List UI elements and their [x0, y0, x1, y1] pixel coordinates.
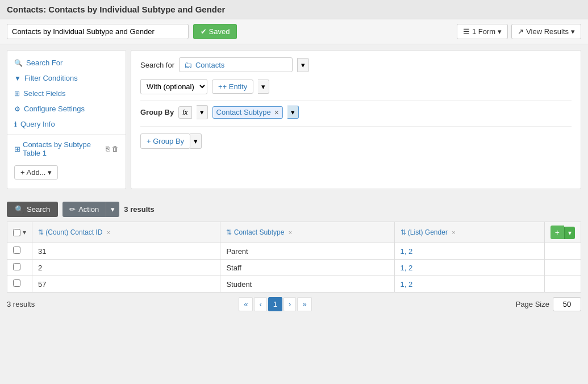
tag-close-button[interactable]: ×	[274, 108, 279, 117]
view-results-button[interactable]: ↗ View Results ▾	[511, 24, 581, 39]
saved-item-label[interactable]: Contacts by Subtype Table 1	[23, 140, 106, 157]
close-contact-subtype[interactable]: ×	[289, 229, 292, 236]
row-checkbox-2[interactable]	[13, 263, 20, 270]
page-title: Contacts: Contacts by Individual Subtype…	[7, 5, 225, 14]
add-group-by-dropdown-button[interactable]: ▾	[190, 133, 202, 149]
page-prev-button[interactable]: ‹	[254, 297, 266, 311]
count-1: 31	[32, 243, 220, 260]
filter-icon: ▼	[14, 74, 21, 82]
search-button[interactable]: 🔍 Search	[7, 202, 58, 217]
saved-button[interactable]: ✔ Saved	[193, 24, 237, 39]
row-checkbox-cell-1	[7, 243, 32, 260]
sidebar-item-select-fields[interactable]: ⊞ Select Fields	[7, 86, 126, 101]
row-checkbox-1[interactable]	[13, 247, 20, 254]
action-bar: 🔍 Search ✏ Action ▾ 3 results	[0, 197, 588, 222]
gender-link-1[interactable]: 1, 2	[401, 247, 413, 256]
sort-contact-subtype[interactable]: ⇅ Contact Subtype	[226, 228, 284, 236]
pencil-icon: ✏	[69, 205, 76, 214]
table-row: 57 Student 1, 2	[7, 276, 581, 293]
action-button[interactable]: ✏ Action	[62, 202, 106, 217]
select-all-header: ▾	[7, 222, 32, 243]
group-by-row: Group By fx ▾ Contact Subtype × ▾	[140, 105, 572, 127]
count-2: 2	[32, 260, 220, 276]
sidebar-divider	[7, 134, 126, 135]
search-for-row: Search for 🗂 Contacts ▾	[140, 57, 572, 72]
footer-right: Page Size	[516, 297, 581, 311]
settings-icon: ⚙	[14, 105, 20, 113]
report-name-input[interactable]	[7, 24, 189, 39]
row-checkbox-cell-2	[7, 260, 32, 276]
external-link-icon: ↗	[518, 27, 524, 36]
add-column-dropdown-button[interactable]: ▾	[564, 227, 575, 239]
sidebar-item-query-info[interactable]: ℹ Query Info	[7, 116, 126, 132]
close-count-contact-id[interactable]: ×	[107, 229, 110, 236]
toolbar: ✔ Saved ☰ 1 Form ▾ ↗ View Results ▾	[0, 19, 588, 44]
gender-link-2[interactable]: 1, 2	[401, 264, 413, 272]
sidebar-item-search-for[interactable]: 🔍 Search For	[7, 55, 126, 70]
subtype-1: Parent	[220, 243, 394, 260]
page-1-button[interactable]: 1	[268, 297, 282, 311]
search-for-input[interactable]: 🗂 Contacts	[179, 57, 293, 72]
page-first-button[interactable]: «	[239, 297, 253, 311]
fx-button[interactable]: fx	[178, 106, 191, 119]
right-panel: Search for 🗂 Contacts ▾ With (optional) …	[131, 50, 581, 189]
tag-expand-button[interactable]: ▾	[287, 106, 299, 119]
results-count: 3 results	[124, 205, 154, 214]
sidebar-item-filter-conditions[interactable]: ▼ Filter Conditions	[7, 70, 126, 86]
sort-list-gender[interactable]: ⇅ (List) Gender	[401, 228, 448, 236]
select-all-checkbox[interactable]	[13, 229, 20, 236]
page-next-button[interactable]: ›	[283, 297, 296, 311]
search-icon: 🔍	[14, 59, 23, 67]
add-button[interactable]: + Add... ▾	[14, 165, 58, 180]
form-button[interactable]: ☰ 1 Form ▾	[457, 24, 508, 39]
empty-2	[544, 260, 581, 276]
add-dropdown-icon: ▾	[48, 168, 52, 177]
plus-icon: +	[218, 82, 223, 91]
gender-link-3[interactable]: 1, 2	[401, 280, 413, 289]
add-col-header: +▾	[544, 222, 581, 243]
search-for-expand-button[interactable]: ▾	[297, 58, 309, 72]
subtype-2: Staff	[220, 260, 394, 276]
form-icon: ☰	[463, 27, 470, 36]
contacts-icon: 🗂	[184, 60, 192, 69]
table-footer: 3 results « ‹ 1 › » Page Size	[0, 293, 588, 316]
search-for-label: Search for	[140, 61, 174, 69]
row-checkbox-cell-3	[7, 276, 32, 293]
sidebar-saved-item: ⊞ Contacts by Subtype Table 1 ⎘ 🗑	[7, 137, 126, 161]
action-dropdown-button[interactable]: ▾	[106, 202, 119, 217]
sort-count-contact-id[interactable]: ⇅ (Count) Contact ID	[38, 228, 102, 236]
page-size-label: Page Size	[516, 300, 549, 308]
gender-2: 1, 2	[394, 260, 544, 276]
table-icon: ⊞	[14, 145, 20, 153]
form-dropdown-icon: ▾	[498, 27, 502, 36]
select-all-dropdown[interactable]: ▾	[23, 228, 26, 236]
row-checkbox-3[interactable]	[13, 279, 20, 287]
gender-3: 1, 2	[394, 276, 544, 293]
sidebar-item-configure-settings[interactable]: ⚙ Configure Settings	[7, 101, 126, 116]
condition-select[interactable]: With (optional) With Without	[140, 79, 207, 94]
fx-dropdown-button[interactable]: ▾	[197, 105, 208, 119]
gender-1: 1, 2	[394, 243, 544, 260]
table-section: ▾ ⇅ (Count) Contact ID × ⇅ Contact Subty…	[0, 222, 588, 293]
subtype-3: Student	[220, 276, 394, 293]
empty-3	[544, 276, 581, 293]
group-by-label: Group By	[140, 108, 174, 116]
table-row: 31 Parent 1, 2	[7, 243, 581, 260]
count-3: 57	[32, 276, 220, 293]
page-header: Contacts: Contacts by Individual Subtype…	[0, 0, 588, 19]
entity-button[interactable]: + + Entity	[212, 80, 253, 94]
contact-subtype-tag: Contact Subtype ×	[212, 106, 283, 119]
page-last-button[interactable]: »	[297, 297, 311, 311]
entity-dropdown-button[interactable]: ▾	[258, 80, 269, 94]
delete-icon[interactable]: 🗑	[112, 145, 119, 153]
copy-icon[interactable]: ⎘	[106, 145, 110, 153]
close-list-gender[interactable]: ×	[452, 229, 455, 236]
main-content: 🔍 Search For ▼ Filter Conditions ⊞ Selec…	[0, 44, 588, 195]
add-column-button[interactable]: +	[551, 226, 564, 239]
col-header-list-gender: ⇅ (List) Gender ×	[394, 222, 544, 243]
fx-icon: fx	[182, 108, 187, 116]
col-header-count-contact-id: ⇅ (Count) Contact ID ×	[32, 222, 220, 243]
page-size-input[interactable]	[553, 297, 581, 311]
add-group-by-button[interactable]: + Group By	[140, 133, 190, 149]
results-table: ▾ ⇅ (Count) Contact ID × ⇅ Contact Subty…	[7, 222, 581, 293]
